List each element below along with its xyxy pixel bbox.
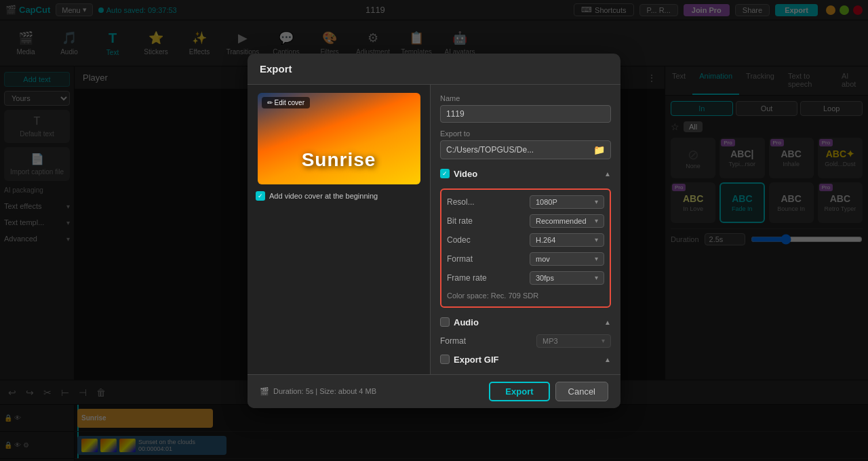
audio-format-select[interactable]: MP3 ▾ xyxy=(536,334,611,348)
resolution-chevron: ▾ xyxy=(595,198,598,205)
footer-actions: Export Cancel xyxy=(489,382,608,401)
resolution-select[interactable]: 1080P ▾ xyxy=(530,195,604,209)
folder-icon[interactable]: 📁 xyxy=(593,144,605,155)
gif-checkbox[interactable] xyxy=(440,355,450,364)
audio-format-chevron: ▾ xyxy=(601,337,605,344)
audio-toggle[interactable]: ▲ xyxy=(604,319,611,326)
name-field-row: Name 1119 xyxy=(440,94,611,123)
codec-row: Codec H.264 ▾ xyxy=(447,233,604,247)
audio-format-row: Format MP3 ▾ xyxy=(440,334,611,348)
modal-cancel-button[interactable]: Cancel xyxy=(555,382,608,401)
audio-section: Audio ▲ Format MP3 ▾ xyxy=(440,315,611,348)
codec-chevron: ▾ xyxy=(595,236,598,243)
edit-cover-button[interactable]: ✏ Edit cover xyxy=(262,97,310,108)
video-checkbox[interactable]: ✓ xyxy=(440,169,450,178)
footer-info: 🎬 Duration: 5s | Size: about 4 MB xyxy=(260,387,376,396)
export-to-field-row: Export to C:/Users/TOPGUS/De... 📁 xyxy=(440,129,611,159)
export-path-input[interactable]: C:/Users/TOPGUS/De... 📁 xyxy=(440,140,611,159)
modal-footer: 🎬 Duration: 5s | Size: about 4 MB Export… xyxy=(248,374,620,408)
export-modal: Export ✏ Edit cover Sunrise ✓ Add video … xyxy=(248,54,620,408)
format-row: Format mov ▾ xyxy=(447,252,604,266)
modal-header: Export xyxy=(248,54,620,85)
gif-toggle[interactable]: ▲ xyxy=(604,356,611,363)
resolution-row: Resol... 1080P ▾ xyxy=(447,195,604,209)
modal-export-button[interactable]: Export xyxy=(489,382,549,401)
add-cover-row: ✓ Add video cover at the beginning xyxy=(256,191,422,201)
modal-settings: Name 1119 Export to C:/Users/TOPGUS/De..… xyxy=(431,85,620,374)
modal-overlay: Export ✏ Edit cover Sunrise ✓ Add video … xyxy=(0,0,868,461)
audio-section-header: Audio ▲ xyxy=(440,315,611,330)
format-select[interactable]: mov ▾ xyxy=(530,252,604,266)
add-cover-checkbox[interactable]: ✓ xyxy=(256,191,265,201)
framerate-row: Frame rate 30fps ▾ xyxy=(447,271,604,285)
bitrate-row: Bit rate Recommended ▾ xyxy=(447,214,604,228)
bitrate-chevron: ▾ xyxy=(595,217,598,224)
modal-cover-section: ✏ Edit cover Sunrise ✓ Add video cover a… xyxy=(248,85,431,374)
framerate-select[interactable]: 30fps ▾ xyxy=(530,271,604,285)
video-toggle[interactable]: ▲ xyxy=(604,170,611,178)
codec-select[interactable]: H.264 ▾ xyxy=(530,233,604,247)
color-space-label: Color space: Rec. 709 SDR xyxy=(447,290,604,301)
format-chevron: ▾ xyxy=(595,255,598,262)
video-section-header: ✓ Video ▲ xyxy=(440,166,611,182)
name-input[interactable]: 1119 xyxy=(440,105,611,123)
bitrate-select[interactable]: Recommended ▾ xyxy=(530,214,604,228)
framerate-chevron: ▾ xyxy=(595,274,598,281)
video-settings: Resol... 1080P ▾ Bit rate Recommended ▾ xyxy=(440,188,611,308)
audio-checkbox[interactable] xyxy=(440,317,450,327)
cover-preview: ✏ Edit cover Sunrise xyxy=(258,93,420,184)
gif-section: Export GIF ▲ xyxy=(440,355,611,365)
modal-body: ✏ Edit cover Sunrise ✓ Add video cover a… xyxy=(248,85,620,374)
pencil-icon: ✏ xyxy=(267,99,273,106)
film-icon: 🎬 xyxy=(260,387,269,396)
